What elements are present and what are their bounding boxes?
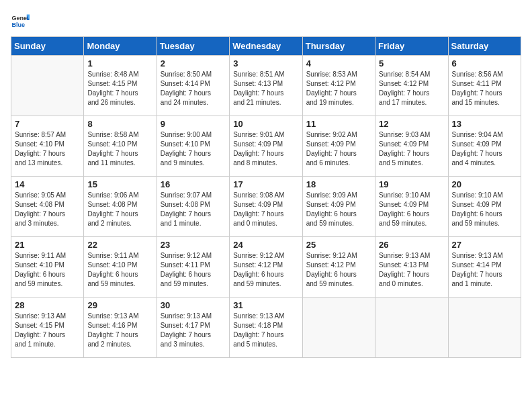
day-number: 24	[233, 240, 298, 250]
day-cell: 5Sunrise: 8:54 AM Sunset: 4:12 PM Daylig…	[375, 56, 448, 116]
day-cell: 2Sunrise: 8:50 AM Sunset: 4:14 PM Daylig…	[157, 56, 229, 116]
svg-text:Blue: Blue	[11, 21, 25, 28]
day-cell: 15Sunrise: 9:06 AM Sunset: 4:08 PM Dayli…	[84, 177, 157, 237]
day-number: 31	[233, 300, 298, 310]
day-header-tuesday: Tuesday	[157, 37, 229, 56]
day-info: Sunrise: 8:50 AM Sunset: 4:14 PM Dayligh…	[161, 70, 226, 107]
day-number: 14	[15, 179, 80, 189]
day-number: 28	[15, 300, 80, 310]
day-info: Sunrise: 9:00 AM Sunset: 4:10 PM Dayligh…	[161, 130, 226, 168]
day-info: Sunrise: 9:13 AM Sunset: 4:17 PM Dayligh…	[161, 312, 226, 349]
day-cell: 28Sunrise: 9:13 AM Sunset: 4:15 PM Dayli…	[11, 298, 84, 358]
day-number: 3	[233, 58, 298, 68]
day-cell: 6Sunrise: 8:56 AM Sunset: 4:11 PM Daylig…	[448, 56, 521, 116]
day-cell: 29Sunrise: 9:13 AM Sunset: 4:16 PM Dayli…	[84, 298, 157, 358]
day-number: 16	[161, 179, 226, 189]
day-number: 23	[161, 240, 226, 250]
day-info: Sunrise: 9:12 AM Sunset: 4:12 PM Dayligh…	[233, 251, 298, 289]
day-number: 4	[306, 58, 371, 68]
day-info: Sunrise: 9:10 AM Sunset: 4:09 PM Dayligh…	[452, 191, 517, 228]
day-header-sunday: Sunday	[11, 37, 84, 56]
day-info: Sunrise: 9:13 AM Sunset: 4:15 PM Dayligh…	[15, 312, 80, 349]
day-number: 21	[15, 240, 80, 250]
day-header-monday: Monday	[84, 37, 157, 56]
day-cell: 25Sunrise: 9:12 AM Sunset: 4:12 PM Dayli…	[302, 237, 375, 298]
day-info: Sunrise: 9:13 AM Sunset: 4:14 PM Dayligh…	[452, 251, 517, 289]
day-number: 5	[379, 58, 444, 68]
day-cell: 22Sunrise: 9:11 AM Sunset: 4:10 PM Dayli…	[84, 237, 157, 298]
day-header-thursday: Thursday	[302, 37, 375, 56]
day-header-friday: Friday	[375, 37, 448, 56]
day-header-saturday: Saturday	[448, 37, 521, 56]
day-cell: 17Sunrise: 9:08 AM Sunset: 4:09 PM Dayli…	[230, 177, 302, 237]
day-cell: 19Sunrise: 9:10 AM Sunset: 4:09 PM Dayli…	[375, 177, 448, 237]
day-info: Sunrise: 9:07 AM Sunset: 4:08 PM Dayligh…	[161, 191, 226, 228]
day-cell: 13Sunrise: 9:04 AM Sunset: 4:09 PM Dayli…	[448, 116, 521, 177]
day-cell: 20Sunrise: 9:10 AM Sunset: 4:09 PM Dayli…	[448, 177, 521, 237]
day-cell: 26Sunrise: 9:13 AM Sunset: 4:13 PM Dayli…	[375, 237, 448, 298]
day-info: Sunrise: 9:13 AM Sunset: 4:18 PM Dayligh…	[233, 312, 298, 349]
day-cell	[11, 56, 84, 116]
day-number: 30	[161, 300, 226, 310]
day-cell: 11Sunrise: 9:02 AM Sunset: 4:09 PM Dayli…	[302, 116, 375, 177]
day-number: 27	[452, 240, 517, 250]
day-cell: 9Sunrise: 9:00 AM Sunset: 4:10 PM Daylig…	[157, 116, 229, 177]
day-number: 18	[306, 179, 371, 189]
day-cell: 14Sunrise: 9:05 AM Sunset: 4:08 PM Dayli…	[11, 177, 84, 237]
day-info: Sunrise: 9:06 AM Sunset: 4:08 PM Dayligh…	[87, 191, 152, 228]
day-info: Sunrise: 9:12 AM Sunset: 4:11 PM Dayligh…	[161, 251, 226, 289]
day-number: 9	[161, 119, 226, 129]
day-info: Sunrise: 9:11 AM Sunset: 4:10 PM Dayligh…	[15, 251, 80, 289]
day-info: Sunrise: 9:10 AM Sunset: 4:09 PM Dayligh…	[379, 191, 444, 228]
day-info: Sunrise: 8:56 AM Sunset: 4:11 PM Dayligh…	[452, 70, 517, 107]
day-number: 1	[87, 58, 152, 68]
week-row-2: 7Sunrise: 8:57 AM Sunset: 4:10 PM Daylig…	[11, 116, 521, 177]
day-number: 2	[161, 58, 226, 68]
day-cell: 16Sunrise: 9:07 AM Sunset: 4:08 PM Dayli…	[157, 177, 229, 237]
page-header: General Blue	[11, 11, 521, 30]
day-cell: 30Sunrise: 9:13 AM Sunset: 4:17 PM Dayli…	[157, 298, 229, 358]
day-cell	[375, 298, 448, 358]
day-info: Sunrise: 8:53 AM Sunset: 4:12 PM Dayligh…	[306, 70, 371, 107]
day-cell	[302, 298, 375, 358]
day-number: 20	[452, 179, 517, 189]
day-info: Sunrise: 9:02 AM Sunset: 4:09 PM Dayligh…	[306, 130, 371, 168]
day-cell: 21Sunrise: 9:11 AM Sunset: 4:10 PM Dayli…	[11, 237, 84, 298]
week-row-5: 28Sunrise: 9:13 AM Sunset: 4:15 PM Dayli…	[11, 298, 521, 358]
week-row-1: 1Sunrise: 8:48 AM Sunset: 4:15 PM Daylig…	[11, 56, 521, 116]
day-info: Sunrise: 9:13 AM Sunset: 4:13 PM Dayligh…	[379, 251, 444, 289]
day-info: Sunrise: 9:11 AM Sunset: 4:10 PM Dayligh…	[87, 251, 152, 289]
calendar-table: SundayMondayTuesdayWednesdayThursdayFrid…	[11, 36, 521, 358]
day-number: 11	[306, 119, 371, 129]
day-cell: 12Sunrise: 9:03 AM Sunset: 4:09 PM Dayli…	[375, 116, 448, 177]
day-number: 7	[15, 119, 80, 129]
day-cell: 4Sunrise: 8:53 AM Sunset: 4:12 PM Daylig…	[302, 56, 375, 116]
logo-icon: General Blue	[11, 11, 30, 30]
day-cell: 3Sunrise: 8:51 AM Sunset: 4:13 PM Daylig…	[230, 56, 302, 116]
day-cell: 27Sunrise: 9:13 AM Sunset: 4:14 PM Dayli…	[448, 237, 521, 298]
day-number: 6	[452, 58, 517, 68]
day-number: 13	[452, 119, 517, 129]
week-row-3: 14Sunrise: 9:05 AM Sunset: 4:08 PM Dayli…	[11, 177, 521, 237]
day-number: 25	[306, 240, 371, 250]
day-info: Sunrise: 9:12 AM Sunset: 4:12 PM Dayligh…	[306, 251, 371, 289]
day-number: 29	[87, 300, 152, 310]
logo: General Blue	[11, 11, 30, 30]
day-info: Sunrise: 9:09 AM Sunset: 4:09 PM Dayligh…	[306, 191, 371, 228]
day-cell: 7Sunrise: 8:57 AM Sunset: 4:10 PM Daylig…	[11, 116, 84, 177]
day-cell: 18Sunrise: 9:09 AM Sunset: 4:09 PM Dayli…	[302, 177, 375, 237]
day-header-wednesday: Wednesday	[230, 37, 302, 56]
day-number: 19	[379, 179, 444, 189]
day-number: 17	[233, 179, 298, 189]
day-info: Sunrise: 8:58 AM Sunset: 4:10 PM Dayligh…	[87, 130, 152, 168]
day-cell	[448, 298, 521, 358]
day-cell: 10Sunrise: 9:01 AM Sunset: 4:09 PM Dayli…	[230, 116, 302, 177]
day-info: Sunrise: 9:01 AM Sunset: 4:09 PM Dayligh…	[233, 130, 298, 168]
day-number: 12	[379, 119, 444, 129]
week-row-4: 21Sunrise: 9:11 AM Sunset: 4:10 PM Dayli…	[11, 237, 521, 298]
day-cell: 23Sunrise: 9:12 AM Sunset: 4:11 PM Dayli…	[157, 237, 229, 298]
day-cell: 1Sunrise: 8:48 AM Sunset: 4:15 PM Daylig…	[84, 56, 157, 116]
day-info: Sunrise: 9:05 AM Sunset: 4:08 PM Dayligh…	[15, 191, 80, 228]
day-cell: 24Sunrise: 9:12 AM Sunset: 4:12 PM Dayli…	[230, 237, 302, 298]
day-info: Sunrise: 8:48 AM Sunset: 4:15 PM Dayligh…	[87, 70, 152, 107]
